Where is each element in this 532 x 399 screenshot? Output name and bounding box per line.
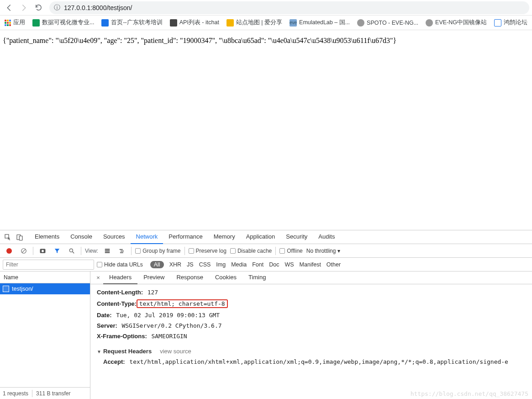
bookmark-icon	[32, 19, 40, 27]
svg-rect-10	[105, 250, 110, 251]
svg-rect-9	[105, 249, 110, 250]
devtools-tabs: Elements Console Sources Network Perform…	[0, 230, 532, 244]
bookmark-item[interactable]: SPOTO - EVE-NG...	[357, 19, 418, 27]
filter-xhr[interactable]: XHR	[169, 261, 181, 268]
bookmark-item[interactable]: 数据可视化微专业...	[32, 19, 94, 27]
apps-button[interactable]: 应用	[5, 19, 25, 27]
tab-security[interactable]: Security	[280, 230, 313, 244]
bookmark-label: API列表 - itchat	[179, 19, 219, 27]
svg-rect-13	[121, 250, 124, 251]
network-toolbar: View: Group by frame Preserve log Disabl…	[0, 244, 532, 258]
bookmark-icon: eve	[290, 19, 297, 27]
triangle-down-icon: ▼	[97, 349, 101, 354]
request-headers-section-toggle[interactable]: ▼Request Headers view source	[97, 346, 526, 356]
record-button[interactable]	[4, 248, 15, 254]
network-filterbar: Hide data URLs All XHR JS CSS Img Media …	[0, 258, 532, 271]
preserve-log-checkbox[interactable]: Preserve log	[189, 248, 226, 254]
filter-toggle-icon[interactable]	[52, 248, 63, 254]
bookmark-item[interactable]: 首页--广东软考培训	[101, 19, 162, 27]
hide-data-urls-checkbox[interactable]: Hide data URLs	[97, 261, 143, 268]
request-row[interactable]: testjson/	[0, 283, 90, 294]
tab-performance[interactable]: Performance	[163, 230, 208, 244]
apps-label: 应用	[13, 19, 25, 27]
filter-all[interactable]: All	[150, 261, 164, 268]
tab-audits[interactable]: Audits	[313, 230, 340, 244]
filter-js[interactable]: JS	[187, 261, 194, 268]
device-toggle-icon[interactable]	[14, 231, 26, 243]
tab-timing[interactable]: Timing	[242, 271, 272, 284]
bookmark-icon	[101, 19, 109, 27]
large-rows-icon[interactable]	[102, 248, 113, 254]
tab-headers[interactable]: Headers	[103, 271, 137, 284]
highlighted-header: text/html; charset=utf-8	[137, 299, 228, 308]
globe-icon	[357, 19, 364, 27]
bookmarks-bar: 应用 数据可视化微专业... 首页--广东软考培训 API列表 - itchat…	[0, 16, 532, 30]
forward-button[interactable]	[17, 1, 30, 14]
inspect-element-icon[interactable]	[2, 231, 14, 243]
url-text: 127.0.0.1:8000/testjson/	[64, 4, 132, 11]
waterfall-icon[interactable]	[116, 248, 127, 254]
filter-ws[interactable]: WS	[284, 261, 294, 268]
close-detail-button[interactable]: ×	[93, 274, 103, 281]
transfer-size: 311 B transfer	[36, 390, 70, 397]
bookmark-item[interactable]: EVE-NG中国镜像站	[426, 19, 487, 27]
request-list-header[interactable]: Name	[0, 271, 90, 283]
bookmark-item[interactable]: 鸿鹄论坛	[494, 19, 527, 27]
request-list-panel: Name testjson/ 1 requests 311 B transfer	[0, 271, 90, 399]
header-key: Accept:	[103, 358, 125, 365]
svg-point-6	[42, 250, 44, 252]
view-source-link[interactable]: view source	[160, 348, 191, 355]
header-value: Tue, 02 Jul 2019 09:00:13 GMT	[116, 312, 220, 319]
tab-network[interactable]: Network	[131, 230, 163, 244]
request-list: testjson/	[0, 283, 90, 387]
bookmark-label: 站点地图 | 爱分享	[236, 19, 282, 27]
filter-doc[interactable]: Doc	[269, 261, 279, 268]
globe-icon	[426, 19, 433, 27]
bookmark-label: 鸿鹄论坛	[504, 19, 527, 27]
reload-button[interactable]	[32, 1, 45, 14]
bookmark-icon	[494, 19, 501, 27]
tab-response[interactable]: Response	[170, 271, 209, 284]
header-value: 127	[147, 289, 158, 296]
bookmark-item[interactable]: eve EmulatedLab – 国...	[290, 19, 350, 27]
header-key: X-Frame-Options:	[97, 333, 147, 340]
disable-cache-checkbox[interactable]: Disable cache	[230, 248, 272, 254]
tab-sources[interactable]: Sources	[98, 230, 131, 244]
tab-application[interactable]: Application	[241, 230, 281, 244]
bookmark-item[interactable]: API列表 - itchat	[170, 19, 219, 27]
bookmark-item[interactable]: 站点地图 | 爱分享	[226, 19, 282, 27]
network-body: Name testjson/ 1 requests 311 B transfer…	[0, 271, 532, 399]
filter-media[interactable]: Media	[231, 261, 247, 268]
svg-rect-14	[120, 252, 123, 253]
site-info-icon[interactable]: ⓘ	[54, 4, 60, 12]
tab-elements[interactable]: Elements	[29, 230, 65, 244]
bookmark-label: EmulatedLab – 国...	[299, 19, 350, 27]
throttling-select[interactable]: No throttling ▾	[306, 248, 341, 254]
tab-preview[interactable]: Preview	[137, 271, 170, 284]
address-bar[interactable]: ⓘ 127.0.0.1:8000/testjson/	[49, 1, 529, 14]
search-icon[interactable]	[66, 248, 77, 254]
svg-rect-12	[120, 249, 123, 250]
header-key: Server:	[97, 322, 117, 329]
chevron-down-icon: ▾	[337, 248, 340, 254]
tab-cookies[interactable]: Cookies	[209, 271, 242, 284]
filter-input[interactable]	[3, 260, 94, 270]
filter-font[interactable]: Font	[252, 261, 263, 268]
back-button[interactable]	[3, 1, 16, 14]
filter-css[interactable]: CSS	[199, 261, 211, 268]
request-count: 1 requests	[3, 390, 28, 397]
svg-point-7	[69, 249, 73, 252]
offline-checkbox[interactable]: Offline	[279, 248, 302, 254]
filter-img[interactable]: Img	[216, 261, 226, 268]
capture-screenshot-icon[interactable]	[37, 247, 48, 254]
filter-manifest[interactable]: Manifest	[300, 261, 321, 268]
group-by-frame-checkbox[interactable]: Group by frame	[135, 248, 180, 254]
filter-other[interactable]: Other	[327, 261, 341, 268]
svg-line-4	[22, 249, 26, 252]
bookmark-label: 首页--广东软考培训	[111, 19, 162, 27]
devtools-panel: Elements Console Sources Network Perform…	[0, 230, 532, 399]
tab-memory[interactable]: Memory	[208, 230, 241, 244]
response-text: {"patient_name": "\u5f20\u4e09", "age": …	[3, 37, 396, 44]
clear-button[interactable]	[18, 248, 29, 254]
tab-console[interactable]: Console	[65, 230, 98, 244]
